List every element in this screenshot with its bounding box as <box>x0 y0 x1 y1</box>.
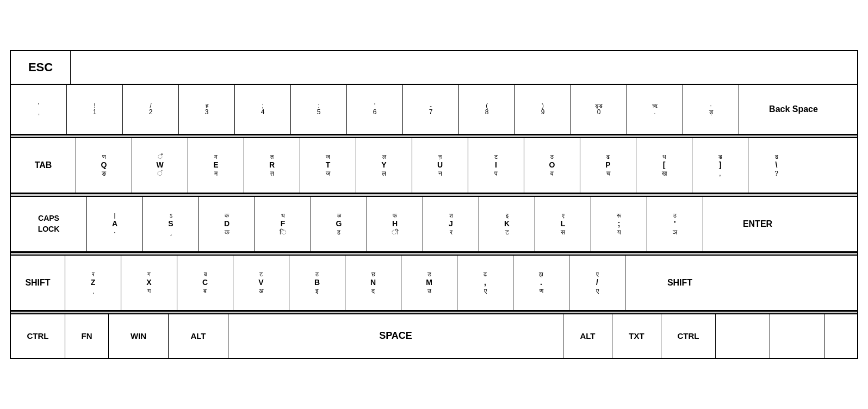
key-3[interactable]: ह 3 <box>179 85 235 134</box>
key-backtick[interactable]: ʼ ˌ <box>11 85 67 134</box>
key-x[interactable]: ग X ग <box>121 256 177 310</box>
key-r[interactable]: त R त <box>244 138 300 193</box>
key-extra1[interactable] <box>716 314 770 358</box>
key-y[interactable]: ल Y ल <box>356 138 412 193</box>
key-shift-left[interactable]: SHIFT <box>11 256 65 310</box>
key-period[interactable]: झ . ण <box>513 256 569 310</box>
key-j[interactable]: श J र <box>423 197 479 251</box>
key-1[interactable]: ! 1 <box>67 85 123 134</box>
row-number: ʼ ˌ ! 1 / 2 ह 3 ; 4 : 5 ' 6 - 7 <box>11 85 857 135</box>
key-k[interactable]: इ K ट <box>479 197 535 251</box>
key-5[interactable]: : 5 <box>291 85 347 134</box>
key-s[interactable]: ऽ S ˏ <box>143 197 199 251</box>
key-tab[interactable]: TAB <box>11 138 76 193</box>
key-g[interactable]: ळ G ह <box>311 197 367 251</box>
key-p[interactable]: ढ P च <box>580 138 636 193</box>
key-4[interactable]: ; 4 <box>235 85 291 134</box>
key-backspace[interactable]: Back Space <box>739 85 848 134</box>
key-esc[interactable]: ESC <box>11 51 71 84</box>
key-u[interactable]: ऩ U न <box>412 138 468 193</box>
key-comma[interactable]: ढ , ए <box>457 256 513 310</box>
row-shift: SHIFT र Z ˌ ग X ग ब C ब ट V अ ठ B इ छ N <box>11 256 857 311</box>
key-e[interactable]: म E म <box>188 138 244 193</box>
key-shift-right[interactable]: SHIFT <box>625 256 734 310</box>
key-ctrl-right[interactable]: CTRL <box>661 314 716 358</box>
key-minus[interactable]: ऋ . <box>627 85 683 134</box>
key-2[interactable]: / 2 <box>123 85 179 134</box>
key-h[interactable]: फ H ी <box>367 197 423 251</box>
key-enter[interactable]: ENTER <box>703 197 812 251</box>
key-q[interactable]: ण Q ङ <box>76 138 132 193</box>
key-esc-spacer <box>71 51 857 84</box>
key-semicolon[interactable]: रू ; य <box>591 197 647 251</box>
key-equals[interactable]: · ड़ <box>683 85 739 134</box>
key-extra3[interactable] <box>824 314 857 358</box>
row-esc: ESC <box>11 51 857 85</box>
key-a[interactable]: | A · <box>87 197 143 251</box>
keyboard: ESC ʼ ˌ ! 1 / 2 ह 3 ; 4 : 5 ' 6 <box>10 50 858 359</box>
key-b[interactable]: ठ B इ <box>289 256 345 310</box>
key-win[interactable]: WIN <box>109 314 169 358</box>
key-o[interactable]: ठ O व <box>524 138 580 193</box>
key-bracket-l[interactable]: ध [ ख <box>636 138 692 193</box>
key-8[interactable]: ( 8 <box>459 85 515 134</box>
key-backslash[interactable]: ढ \ ? <box>748 138 804 193</box>
key-0[interactable]: ड्ड 0 <box>571 85 627 134</box>
key-i[interactable]: ट I प <box>468 138 524 193</box>
row-ctrl: CTRL FN WIN ALT SPACE ALT TXT CTRL <box>11 314 857 358</box>
key-l[interactable]: ए L स <box>535 197 591 251</box>
key-slash[interactable]: ए / ए <box>569 256 625 310</box>
key-caps-lock[interactable]: CAPS LOCK <box>11 197 87 251</box>
key-space[interactable]: SPACE <box>228 314 563 358</box>
key-quote[interactable]: ठ ' ञ <box>647 197 703 251</box>
key-6[interactable]: ' 6 <box>347 85 403 134</box>
key-d[interactable]: क D क <box>199 197 255 251</box>
key-7[interactable]: - 7 <box>403 85 459 134</box>
key-ctrl-left[interactable]: CTRL <box>11 314 65 358</box>
key-t[interactable]: ज T ज <box>300 138 356 193</box>
key-c[interactable]: ब C ब <box>177 256 233 310</box>
key-alt-right[interactable]: ALT <box>563 314 612 358</box>
key-txt[interactable]: TXT <box>612 314 661 358</box>
key-z[interactable]: र Z ˌ <box>65 256 121 310</box>
row-tab: TAB ण Q ङ ँ W ं म E म त R त ज T ज ल Y <box>11 138 857 194</box>
key-v[interactable]: ट V अ <box>233 256 289 310</box>
key-m[interactable]: ड M उ <box>401 256 457 310</box>
key-alt-left[interactable]: ALT <box>169 314 228 358</box>
key-n[interactable]: छ N द <box>345 256 401 310</box>
key-9[interactable]: ) 9 <box>515 85 571 134</box>
key-w[interactable]: ँ W ं <box>132 138 188 193</box>
key-bracket-r[interactable]: ड ] , <box>692 138 748 193</box>
key-extra2[interactable] <box>770 314 824 358</box>
row-caps: CAPS LOCK | A · ऽ S ˏ क D क ध F ि ळ G ह … <box>11 197 857 252</box>
key-fn[interactable]: FN <box>65 314 109 358</box>
key-f[interactable]: ध F ि <box>255 197 311 251</box>
